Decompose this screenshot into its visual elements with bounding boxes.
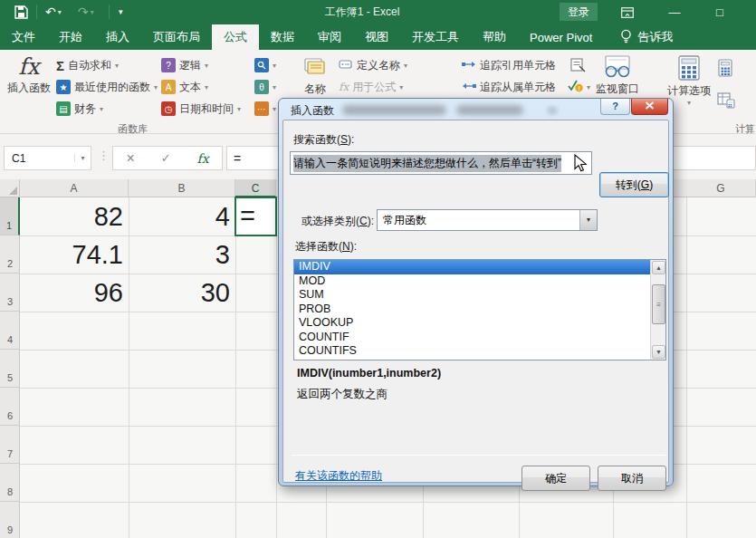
function-item-COUNTIF[interactable]: COUNTIF: [294, 331, 665, 345]
calculate-sheet-icon[interactable]: [717, 91, 735, 110]
row-header-3[interactable]: 3: [0, 274, 20, 312]
dialog-close-icon[interactable]: [631, 99, 668, 115]
show-formulas-icon[interactable]: [570, 56, 586, 74]
row-header-2[interactable]: 2: [0, 235, 20, 274]
insert-function-fx-icon[interactable]: fx: [196, 151, 208, 166]
row-header-6[interactable]: 6: [0, 388, 20, 426]
redo-button[interactable]: ↷▾: [78, 3, 94, 21]
select-all-corner[interactable]: [0, 179, 20, 197]
tab-公式[interactable]: 公式: [212, 24, 259, 50]
cell-A2[interactable]: 74.1: [20, 235, 129, 274]
financial-button[interactable]: ▤ 财务▾: [56, 100, 103, 118]
function-item-COUNTIFS[interactable]: COUNTIFS: [294, 344, 665, 359]
scroll-down-icon[interactable]: ▼: [652, 345, 665, 359]
tab-文件[interactable]: 文件: [0, 24, 47, 50]
tab-审阅[interactable]: 审阅: [306, 24, 353, 50]
name-box[interactable]: C1 ▾: [4, 146, 91, 170]
dropdown-caret-icon[interactable]: ▾: [579, 210, 597, 230]
name-box-caret-icon[interactable]: ▾: [74, 154, 91, 162]
function-item-SUM[interactable]: SUM: [294, 288, 665, 303]
math-trig-button[interactable]: θ ▾: [254, 78, 276, 96]
tab-页面布局[interactable]: 页面布局: [141, 24, 212, 50]
star-icon: ★: [56, 80, 71, 94]
function-signature: IMDIV(inumber1,inumber2): [297, 367, 441, 379]
scrollbar-thumb[interactable]: ≡: [652, 284, 665, 324]
title-bar: ↶▾ ↷▾ ▾ 工作簿1 - Excel 登录 — □: [0, 0, 756, 24]
define-name-button[interactable]: 定义名称▾: [339, 56, 407, 74]
function-listbox[interactable]: IMDIVMODSUMPROBVLOOKUPCOUNTIFCOUNTIFS ▲ …: [293, 259, 666, 360]
text-button[interactable]: A 文本▾: [161, 78, 208, 96]
calculate-now-icon[interactable]: [717, 59, 733, 77]
row-header-4[interactable]: 4: [0, 312, 20, 350]
column-header-G[interactable]: G: [686, 179, 756, 197]
logical-button[interactable]: ? 逻辑▾: [161, 56, 208, 74]
row-header-7[interactable]: 7: [0, 426, 20, 464]
tab-视图[interactable]: 视图: [353, 24, 400, 50]
watch-window-button[interactable]: 监视窗口: [594, 55, 641, 97]
redaction-smudge: [547, 106, 558, 115]
date-time-button[interactable]: ◷ 日期和时间▾: [161, 100, 241, 118]
cell-B1[interactable]: 4: [129, 197, 235, 235]
sigma-icon: Σ: [56, 58, 64, 73]
cell-A1[interactable]: 82: [20, 197, 129, 235]
insert-function-button[interactable]: fx 插入函数: [5, 53, 53, 96]
recently-used-button[interactable]: ★ 最近使用的函数▾: [56, 78, 158, 96]
tab-Power Pivot[interactable]: Power Pivot: [518, 24, 604, 50]
maximize-button[interactable]: □: [704, 0, 735, 24]
letter-a-icon: A: [161, 80, 176, 94]
function-help-link[interactable]: 有关该函数的帮助: [295, 468, 382, 484]
function-item-MOD[interactable]: MOD: [294, 274, 665, 289]
save-icon[interactable]: [14, 3, 28, 21]
dialog-title: 插入函数: [291, 103, 334, 119]
column-header-C[interactable]: C: [235, 179, 276, 197]
calculation-options-button[interactable]: 计算选项 ▾: [666, 55, 712, 107]
row-header-9[interactable]: 9: [0, 502, 20, 538]
sign-in-button[interactable]: 登录: [560, 3, 598, 21]
row-header-8[interactable]: 8: [0, 464, 20, 502]
use-in-formula-button[interactable]: fx 用于公式▾: [339, 78, 403, 96]
insert-function-dialog: 插入函数 ? 搜索函数(S): 请输入一条简短说明来描述您想做什么，然后单击“转…: [278, 98, 674, 486]
scroll-up-icon[interactable]: ▲: [652, 261, 665, 274]
tab-开发工具[interactable]: 开发工具: [400, 24, 471, 50]
active-cell[interactable]: =: [234, 197, 277, 236]
cancel-entry-icon[interactable]: ×: [126, 150, 134, 167]
function-item-PROB[interactable]: PROB: [294, 303, 665, 317]
cell-B3[interactable]: 30: [129, 274, 235, 312]
name-manager-button[interactable]: 名称: [295, 55, 335, 97]
cell-A3[interactable]: 96: [20, 274, 129, 312]
trace-precedents-button[interactable]: 追踪引用单元格: [462, 56, 556, 74]
cancel-button[interactable]: 取消: [598, 466, 666, 491]
tell-me-box[interactable]: 告诉我: [620, 24, 673, 50]
trace-precedents-icon: [462, 59, 476, 72]
category-label: 或选择类别(C):: [301, 214, 374, 229]
error-checking-button[interactable]: ! ▾: [568, 78, 590, 96]
row-header-1[interactable]: 1: [0, 197, 20, 235]
fx-gray-icon: fx: [339, 81, 349, 93]
dialog-help-button[interactable]: ?: [600, 99, 630, 115]
function-item-VLOOKUP[interactable]: VLOOKUP: [294, 316, 665, 331]
ribbon-display-options-icon[interactable]: [612, 0, 643, 24]
tab-数据[interactable]: 数据: [259, 24, 306, 50]
lookup-reference-button[interactable]: ▾: [254, 56, 276, 74]
search-function-input[interactable]: 请输入一条简短说明来描述您想做什么，然后单击“转到”: [290, 151, 592, 175]
autosum-button[interactable]: Σ 自动求和▾: [56, 56, 119, 74]
ok-button[interactable]: 确定: [522, 466, 590, 491]
trace-dependents-button[interactable]: 追踪从属单元格: [462, 78, 556, 96]
listbox-scrollbar[interactable]: ▲ ≡ ▼: [650, 260, 665, 360]
category-dropdown[interactable]: 常用函数 ▾: [377, 209, 598, 231]
column-header-B[interactable]: B: [129, 179, 235, 197]
confirm-entry-icon[interactable]: ✓: [161, 151, 171, 165]
tab-帮助[interactable]: 帮助: [471, 24, 518, 50]
more-functions-button[interactable]: ⋯ ▾: [254, 100, 276, 118]
function-item-IMDIV[interactable]: IMDIV: [294, 260, 665, 274]
minimize-button[interactable]: —: [659, 0, 690, 24]
qat-customize-button[interactable]: ▾: [119, 3, 123, 21]
column-header-A[interactable]: A: [20, 179, 129, 197]
tab-插入[interactable]: 插入: [94, 24, 141, 50]
tab-开始[interactable]: 开始: [47, 24, 94, 50]
go-button[interactable]: 转到(G): [599, 172, 669, 197]
cell-B2[interactable]: 3: [129, 235, 235, 274]
undo-button[interactable]: ↶▾: [45, 3, 62, 21]
row-header-5[interactable]: 5: [0, 350, 20, 388]
mouse-cursor: [574, 154, 590, 174]
